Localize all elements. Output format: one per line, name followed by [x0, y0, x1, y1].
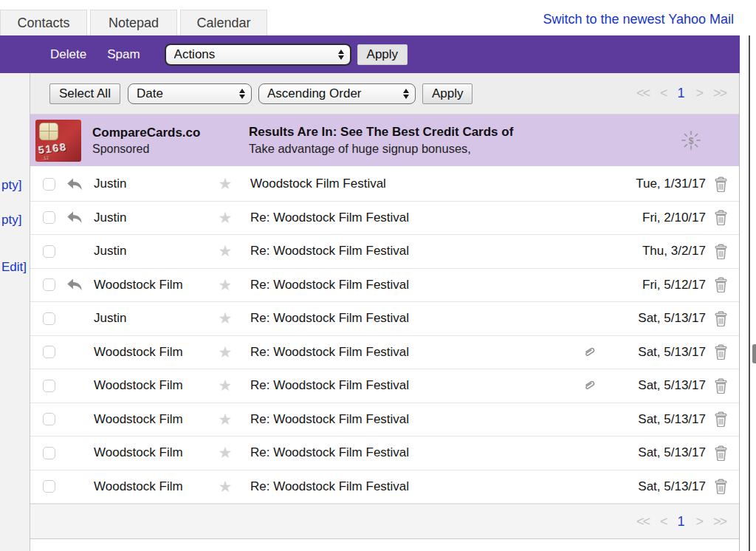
- sort-toolbar: Select All Date Ascending Order Apply <<…: [30, 73, 739, 114]
- sidebar-empty-link-fragment[interactable]: pty]: [1, 178, 21, 193]
- email-checkbox[interactable]: [43, 245, 55, 258]
- delete-button[interactable]: Delete: [50, 47, 86, 62]
- email-date: Fri, 2/10/17: [610, 211, 706, 225]
- email-sender: Woodstock Film: [94, 445, 210, 460]
- last-page-button[interactable]: >>: [713, 86, 726, 101]
- sort-order-value: Ascending Order: [267, 86, 397, 101]
- sponsored-tag: Sponsored: [92, 143, 249, 156]
- sidebar-sliver: pty] pty] Edit]: [0, 73, 30, 551]
- trash-icon[interactable]: [714, 378, 729, 394]
- sponsored-email-row[interactable]: 5168 ..12 CompareCards.co Sponsored Resu…: [30, 114, 739, 168]
- star-icon[interactable]: ★: [219, 309, 233, 326]
- email-checkbox[interactable]: [43, 211, 55, 224]
- star-icon[interactable]: ★: [219, 276, 233, 293]
- trash-icon[interactable]: [714, 479, 729, 494]
- email-subject: Re: Woodstock Film Festival: [250, 311, 582, 326]
- email-subject: Re: Woodstock Film Festival: [250, 345, 582, 360]
- email-row[interactable]: Woodstock Film ★ Re: Woodstock Film Fest…: [30, 403, 739, 437]
- sponsored-subject: Results Are In: See The Best Credit Card…: [249, 125, 674, 140]
- card-number-graphic: 5168: [38, 140, 68, 156]
- email-row[interactable]: Woodstock Film ★ Re: Woodstock Film Fest…: [30, 470, 739, 504]
- email-date: Fri, 5/12/17: [610, 278, 706, 292]
- next-page-button[interactable]: >: [695, 514, 702, 530]
- trash-icon[interactable]: [714, 277, 729, 292]
- prev-page-button[interactable]: <: [660, 514, 667, 530]
- spam-button[interactable]: Spam: [107, 47, 140, 62]
- star-icon[interactable]: ★: [219, 377, 233, 394]
- card-number-small-graphic: ..12: [41, 155, 49, 160]
- email-subject: Re: Woodstock Film Festival: [250, 445, 582, 460]
- email-date: Sat, 5/13/17: [610, 311, 706, 326]
- email-date: Sat, 5/13/17: [610, 345, 706, 360]
- card-chip-graphic: [39, 123, 58, 140]
- sidebar-edit-link-fragment[interactable]: Edit]: [1, 260, 27, 275]
- email-sender: Woodstock Film: [94, 278, 210, 292]
- trash-icon[interactable]: [714, 177, 729, 192]
- email-sender: Woodstock Film: [94, 345, 210, 360]
- email-checkbox[interactable]: [43, 413, 55, 425]
- first-page-button[interactable]: <<: [636, 514, 649, 530]
- pagination-bottom: << < 1 > >>: [636, 514, 726, 530]
- email-date: Sat, 5/13/17: [610, 445, 706, 460]
- page-number[interactable]: 1: [677, 514, 684, 530]
- star-icon[interactable]: ★: [219, 242, 233, 259]
- email-subject: Re: Woodstock Film Festival: [250, 412, 582, 427]
- email-checkbox[interactable]: [43, 278, 55, 291]
- trash-icon[interactable]: [714, 445, 729, 461]
- email-sender: Justin: [94, 244, 210, 259]
- email-sender: Justin: [94, 211, 210, 225]
- email-checkbox[interactable]: [43, 447, 55, 459]
- email-checkbox[interactable]: [43, 380, 55, 392]
- email-row[interactable]: Justin ★ Woodstock Film Festival Tue, 1/…: [30, 168, 739, 202]
- select-all-button[interactable]: Select All: [49, 83, 120, 104]
- last-page-button[interactable]: >>: [713, 514, 726, 530]
- tab-calendar[interactable]: Calendar: [180, 10, 267, 35]
- email-date: Tue, 1/31/17: [610, 177, 706, 191]
- email-checkbox[interactable]: [43, 312, 55, 325]
- email-sender: Woodstock Film: [94, 412, 210, 427]
- actions-apply-button[interactable]: Apply: [357, 44, 408, 65]
- email-subject: Re: Woodstock Film Festival: [250, 479, 582, 494]
- trash-icon[interactable]: [714, 344, 729, 360]
- page-number[interactable]: 1: [677, 86, 684, 101]
- replied-arrow-icon: [66, 278, 83, 291]
- prev-page-button[interactable]: <: [660, 86, 667, 101]
- star-icon[interactable]: ★: [219, 343, 233, 360]
- email-checkbox[interactable]: [43, 178, 55, 191]
- sort-field-select[interactable]: Date: [128, 83, 252, 104]
- sort-order-select[interactable]: Ascending Order: [258, 83, 416, 104]
- trash-icon[interactable]: [714, 210, 729, 225]
- trash-icon[interactable]: [714, 411, 729, 427]
- pagination-top: << < 1 > >>: [636, 86, 726, 101]
- email-row[interactable]: Woodstock Film ★ Re: Woodstock Film Fest…: [30, 369, 739, 403]
- sidebar-empty-link-fragment[interactable]: pty]: [1, 213, 21, 227]
- tab-contacts[interactable]: Contacts: [0, 10, 87, 35]
- tab-notepad[interactable]: Notepad: [90, 10, 177, 35]
- sort-apply-button[interactable]: Apply: [422, 83, 473, 104]
- email-row[interactable]: Justin ★ Re: Woodstock Film Festival Sat…: [30, 302, 739, 336]
- attachment-icon: [582, 345, 597, 360]
- actions-select[interactable]: Actions: [165, 44, 351, 66]
- email-row[interactable]: Woodstock Film ★ Re: Woodstock Film Fest…: [30, 437, 739, 470]
- trash-icon[interactable]: [714, 244, 729, 259]
- email-row[interactable]: Justin ★ Re: Woodstock Film Festival Fri…: [30, 202, 739, 236]
- star-icon[interactable]: ★: [219, 175, 233, 192]
- star-icon[interactable]: ★: [219, 478, 233, 495]
- email-row[interactable]: Justin ★ Re: Woodstock Film Festival Thu…: [30, 235, 739, 269]
- switch-to-newest-link[interactable]: Switch to the newest Yahoo Mail: [543, 12, 734, 27]
- email-subject: Re: Woodstock Film Festival: [250, 244, 582, 259]
- email-row[interactable]: Woodstock Film ★ Re: Woodstock Film Fest…: [30, 336, 739, 370]
- content-footer-space: [30, 539, 739, 551]
- star-icon[interactable]: ★: [219, 444, 233, 461]
- star-icon[interactable]: ★: [219, 411, 233, 428]
- top-tab-bar: Contacts Notepad Calendar: [0, 10, 267, 35]
- svg-text:$: $: [689, 136, 694, 146]
- email-checkbox[interactable]: [43, 346, 55, 358]
- next-page-button[interactable]: >: [695, 86, 702, 101]
- first-page-button[interactable]: <<: [636, 86, 649, 101]
- email-row[interactable]: Woodstock Film ★ Re: Woodstock Film Fest…: [30, 269, 739, 303]
- star-icon[interactable]: ★: [219, 209, 233, 226]
- email-checkbox[interactable]: [43, 480, 55, 493]
- trash-icon[interactable]: [714, 311, 729, 326]
- email-sender: Justin: [94, 311, 210, 326]
